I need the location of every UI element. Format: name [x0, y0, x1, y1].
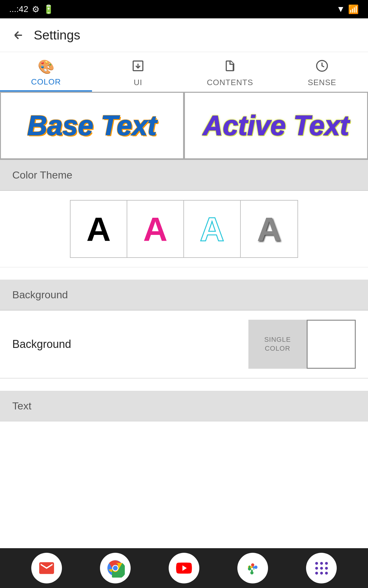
theme-options: A A A A: [70, 200, 298, 258]
theme-option-pink[interactable]: A: [127, 201, 184, 257]
status-bar: ...:42 ⚙ 🔋 ▼ 📶: [0, 0, 368, 18]
background-label: Background: [12, 338, 248, 351]
single-color-option[interactable]: SINGLE COLOR: [248, 320, 307, 369]
svg-point-11: [325, 567, 328, 569]
svg-point-9: [315, 567, 318, 569]
status-left: ...:42 ⚙ 🔋: [9, 4, 54, 14]
svg-point-10: [320, 567, 323, 569]
ui-icon: [132, 59, 144, 75]
bottom-nav: [0, 548, 368, 588]
color-theme-header: Color Theme: [0, 160, 368, 190]
tab-bar: 🎨 COLOR UI CONTENTS SENSE: [0, 52, 368, 92]
theme-a-shadow: A: [257, 209, 281, 248]
theme-a-outline: A: [200, 209, 224, 248]
preview-row: Base Text Active Text: [0, 92, 368, 160]
svg-point-12: [315, 571, 318, 574]
theme-option-shadow[interactable]: A: [241, 201, 297, 257]
youtube-icon-wrap[interactable]: [169, 553, 199, 583]
theme-a-pink: A: [143, 209, 167, 248]
tab-ui-label: UI: [134, 78, 142, 87]
tab-color-label: COLOR: [31, 77, 61, 87]
active-text-preview[interactable]: Active Text: [184, 92, 368, 159]
apps-icon-wrap[interactable]: [306, 553, 337, 583]
page-title: Settings: [34, 28, 80, 43]
sense-icon: [316, 59, 328, 75]
svg-point-14: [325, 571, 328, 574]
contents-icon: [224, 59, 236, 75]
theme-option-plain[interactable]: A: [71, 201, 127, 257]
active-text-label: Active Text: [203, 110, 349, 141]
palette-icon: 🎨: [38, 59, 55, 75]
text-section-header: Text: [0, 391, 368, 421]
signal-icon: 📶: [348, 4, 359, 14]
tab-contents[interactable]: CONTENTS: [184, 52, 276, 92]
background-row: Background SINGLE COLOR: [0, 311, 368, 378]
svg-point-6: [315, 562, 318, 564]
tab-ui[interactable]: UI: [92, 52, 184, 92]
tab-sense-label: SENSE: [308, 78, 336, 87]
tab-color[interactable]: 🎨 COLOR: [0, 52, 92, 92]
single-color-label: SINGLE COLOR: [251, 335, 304, 353]
theme-a-plain: A: [86, 209, 111, 248]
white-box-option[interactable]: [307, 320, 356, 369]
chrome-icon-wrap[interactable]: [100, 553, 131, 583]
background-options: SINGLE COLOR: [248, 320, 356, 369]
color-theme-row: A A A A: [0, 191, 368, 267]
bottom-spacer: [0, 421, 368, 464]
wifi-icon: ▼: [336, 4, 345, 14]
gmail-icon-wrap[interactable]: [31, 553, 62, 583]
back-button[interactable]: [9, 26, 28, 44]
svg-point-7: [320, 562, 323, 564]
settings-icon: ⚙: [32, 4, 40, 14]
spacer-text: [0, 379, 368, 391]
svg-point-4: [113, 566, 118, 571]
theme-option-outline[interactable]: A: [184, 201, 241, 257]
tab-contents-label: CONTENTS: [207, 78, 253, 87]
battery-icon: 🔋: [43, 4, 54, 14]
photos-icon-wrap[interactable]: [237, 553, 268, 583]
tab-sense[interactable]: SENSE: [276, 52, 368, 92]
top-bar: Settings: [0, 18, 368, 52]
base-text-preview[interactable]: Base Text: [0, 92, 184, 159]
svg-point-13: [320, 571, 323, 574]
status-time: ...:42: [9, 4, 28, 14]
background-header: Background: [0, 280, 368, 310]
base-text-label: Base Text: [27, 110, 157, 141]
svg-point-8: [325, 562, 328, 564]
status-right: ▼ 📶: [336, 4, 359, 14]
spacer-bg: [0, 267, 368, 280]
